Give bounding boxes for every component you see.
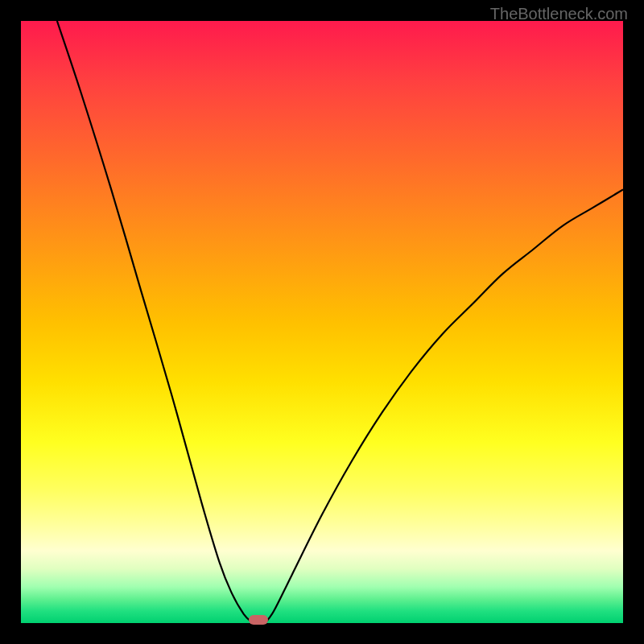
watermark-text: TheBottleneck.com bbox=[490, 5, 628, 23]
optimum-marker bbox=[249, 615, 268, 625]
curve-left-branch bbox=[57, 21, 253, 623]
chart-plot-area bbox=[21, 21, 623, 623]
curve-right-branch bbox=[265, 189, 623, 623]
chart-curve-svg bbox=[21, 21, 623, 623]
